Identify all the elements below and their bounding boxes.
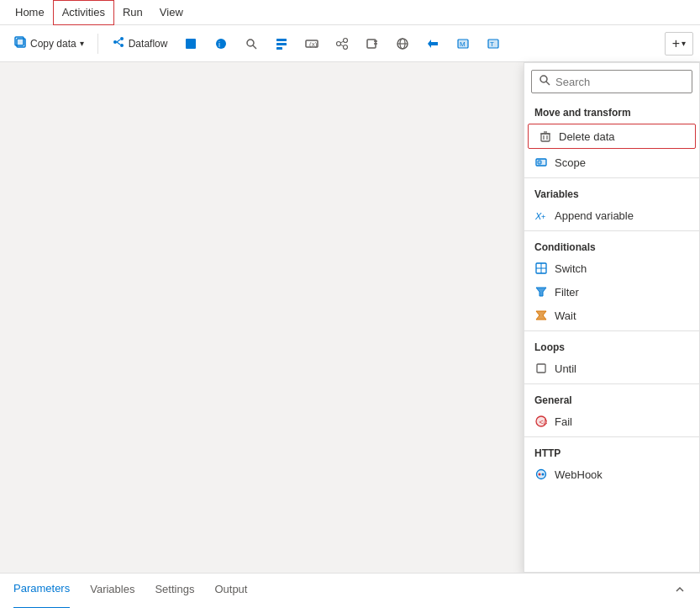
fail-label: Fail bbox=[555, 415, 572, 428]
tb-icon-6[interactable] bbox=[359, 34, 386, 54]
svg-point-53 bbox=[539, 473, 541, 476]
svg-text:M: M bbox=[460, 40, 466, 48]
search-icon bbox=[539, 74, 550, 89]
until-label: Until bbox=[555, 362, 576, 375]
menu-item-switch[interactable]: Switch bbox=[524, 256, 699, 280]
nav-home[interactable]: Home bbox=[7, 0, 53, 25]
until-icon bbox=[534, 362, 548, 375]
filter-icon bbox=[534, 285, 548, 299]
svg-rect-7 bbox=[186, 39, 196, 49]
svg-text:T: T bbox=[490, 40, 494, 48]
svg-marker-28 bbox=[428, 40, 438, 48]
svg-marker-48 bbox=[536, 311, 546, 320]
svg-rect-35 bbox=[541, 134, 550, 141]
section-header-move-transform: Move and transform bbox=[524, 100, 699, 122]
svg-rect-12 bbox=[276, 39, 287, 41]
section-header-variables: Variables bbox=[524, 182, 699, 204]
copy-data-button[interactable]: Copy data ▾ bbox=[7, 32, 91, 55]
nav-view[interactable]: View bbox=[151, 0, 192, 25]
svg-point-2 bbox=[113, 40, 117, 44]
tb-icon-8[interactable]: M bbox=[450, 34, 476, 54]
menu-item-webhook[interactable]: WebHook bbox=[524, 463, 699, 486]
plus-icon: + bbox=[672, 36, 680, 51]
menu-item-fail[interactable]: </> Fail bbox=[524, 410, 699, 433]
svg-text:i: i bbox=[218, 40, 220, 49]
toolbar-separator-1 bbox=[97, 34, 98, 54]
tb-icon-2[interactable]: i bbox=[208, 34, 234, 54]
svg-rect-41 bbox=[538, 161, 541, 164]
section-header-loops: Loops bbox=[524, 335, 699, 357]
svg-line-6 bbox=[117, 42, 120, 45]
scope-icon bbox=[534, 156, 548, 169]
svg-line-20 bbox=[340, 41, 344, 43]
webhook-label: WebHook bbox=[555, 468, 603, 481]
svg-point-8 bbox=[216, 39, 226, 49]
tb-icon-4[interactable]: (x) bbox=[298, 34, 325, 54]
tab-settings[interactable]: Settings bbox=[155, 574, 194, 609]
tab-panel-close-button[interactable] bbox=[673, 584, 687, 598]
delete-data-label: Delete data bbox=[559, 130, 615, 143]
wait-label: Wait bbox=[555, 309, 576, 322]
copy-data-label: Copy data bbox=[30, 38, 76, 50]
svg-marker-47 bbox=[536, 288, 546, 296]
top-navigation: Home Activities Run View bbox=[0, 0, 700, 25]
svg-text:</>: </> bbox=[539, 418, 548, 426]
copy-data-icon bbox=[13, 35, 27, 51]
svg-point-4 bbox=[120, 44, 124, 47]
menu-item-until[interactable]: Until bbox=[524, 357, 699, 380]
dataflow-button[interactable]: Dataflow bbox=[105, 32, 175, 55]
activities-dropdown-panel: Move and transform Delete data bbox=[524, 62, 700, 573]
svg-point-3 bbox=[120, 37, 124, 40]
svg-rect-13 bbox=[276, 43, 287, 45]
tab-output[interactable]: Output bbox=[214, 574, 247, 609]
nav-activities[interactable]: Activities bbox=[53, 0, 114, 25]
bottom-tabs: Parameters Variables Settings Output bbox=[0, 573, 700, 608]
section-header-conditionals: Conditionals bbox=[524, 235, 699, 256]
dataflow-icon bbox=[112, 35, 125, 51]
menu-item-delete-data[interactable]: Delete data bbox=[528, 124, 696, 149]
dataflow-label: Dataflow bbox=[129, 38, 168, 50]
section-header-general: General bbox=[524, 388, 699, 410]
menu-item-scope[interactable]: Scope bbox=[524, 151, 699, 174]
trash-icon bbox=[539, 130, 552, 143]
add-chevron-icon: ▾ bbox=[682, 39, 686, 48]
search-input[interactable] bbox=[555, 76, 685, 88]
divider-5 bbox=[524, 436, 699, 437]
divider-4 bbox=[524, 383, 699, 384]
tb-icon-globe[interactable] bbox=[389, 34, 416, 54]
filter-label: Filter bbox=[555, 286, 579, 299]
tb-icon-1[interactable] bbox=[177, 34, 204, 54]
menu-item-wait[interactable]: Wait bbox=[524, 304, 699, 327]
svg-line-21 bbox=[340, 45, 344, 46]
menu-item-filter[interactable]: Filter bbox=[524, 280, 699, 304]
svg-rect-49 bbox=[537, 364, 545, 373]
svg-point-54 bbox=[542, 473, 545, 476]
tb-icon-search[interactable] bbox=[238, 34, 265, 54]
divider-2 bbox=[524, 230, 699, 231]
fail-icon: </> bbox=[534, 415, 548, 428]
divider-1 bbox=[524, 177, 699, 178]
webhook-icon bbox=[534, 468, 548, 481]
append-variable-icon: X + bbox=[534, 209, 548, 222]
toolbar: Copy data ▾ Dataflow i (x) bbox=[0, 25, 700, 62]
svg-point-33 bbox=[540, 76, 547, 82]
svg-line-34 bbox=[546, 82, 550, 85]
switch-label: Switch bbox=[555, 262, 587, 275]
svg-rect-1 bbox=[17, 39, 25, 47]
menu-item-append-variable[interactable]: X + Append variable bbox=[524, 204, 699, 227]
tab-parameters[interactable]: Parameters bbox=[13, 574, 70, 609]
add-activity-button[interactable]: + ▾ bbox=[665, 32, 693, 56]
svg-point-10 bbox=[247, 40, 254, 46]
tab-variables[interactable]: Variables bbox=[90, 574, 134, 609]
svg-point-19 bbox=[344, 45, 348, 49]
tb-icon-3[interactable] bbox=[268, 34, 295, 54]
main-area: Move and transform Delete data bbox=[0, 62, 700, 573]
tb-icon-9[interactable]: T bbox=[480, 34, 507, 54]
svg-line-11 bbox=[253, 45, 256, 49]
nav-run[interactable]: Run bbox=[114, 0, 151, 25]
svg-rect-14 bbox=[276, 47, 282, 50]
tb-icon-5[interactable] bbox=[329, 34, 355, 54]
switch-icon bbox=[534, 262, 548, 275]
tb-icon-7[interactable] bbox=[419, 34, 446, 54]
svg-text:(x): (x) bbox=[309, 40, 318, 48]
